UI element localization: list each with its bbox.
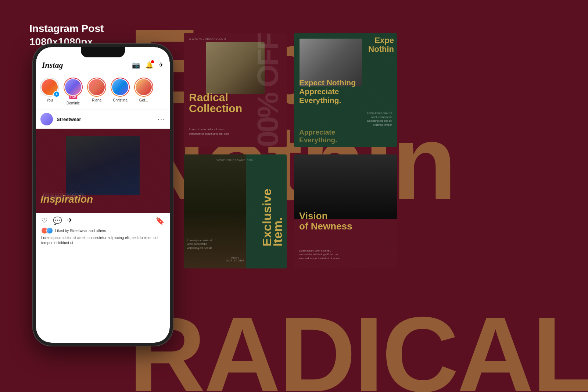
post-actions-area: ♡ 💬 ✈ 🔖 Liked by Streetwear and others L…	[36, 213, 170, 249]
card1-off-text: 00% OFF	[251, 33, 285, 147]
liked-row: Liked by Streetwear and others	[41, 227, 165, 234]
phone-frame: Instag 📷 🔔 ✈	[33, 44, 173, 346]
card-exclusive-item: WWW.YOURBRAND.COM Exclusive Item. Lorem …	[184, 154, 287, 268]
card4-body: Lorem ipsum dolor sit amet, consectetur …	[299, 249, 340, 261]
post-actions: ♡ 💬 ✈ 🔖	[41, 216, 165, 225]
post-action-left: ♡ 💬 ✈	[41, 216, 73, 225]
card4-title: Vision of Newness	[299, 211, 352, 232]
card1-brand: WWW.YOURBRAND.COM	[189, 38, 226, 40]
card2-body: Lorem ipsum dolor sit amet, consectetur …	[367, 111, 392, 127]
story-item-get[interactable]: Get...	[134, 78, 154, 105]
send-icon[interactable]: ✈	[158, 61, 164, 69]
liked-text: Liked by Streetwear and others	[55, 229, 106, 233]
card3-photo	[184, 154, 246, 268]
card-expect-nothing: Expe Nothin Expect Nothing Appreciate Ev…	[294, 33, 397, 147]
phone-screen: Instag 📷 🔔 ✈	[36, 47, 170, 343]
ig-logo: Instag	[42, 60, 63, 70]
story-label-riana: Riana	[92, 98, 101, 102]
story-item-you[interactable]: + You	[40, 78, 60, 105]
story-label-you: You	[47, 98, 53, 102]
card1-title-line2: Collection	[189, 103, 242, 114]
card1-title: Radical Collection	[189, 92, 242, 114]
like-icon[interactable]: ♡	[41, 216, 48, 225]
feed-username: Streetwear	[57, 117, 81, 122]
card1-title-line1: Radical	[189, 92, 242, 103]
live-badge-dominic: LIVE	[69, 96, 77, 99]
story-item-christina[interactable]: Christina	[110, 78, 130, 105]
notif-dot	[151, 60, 154, 63]
story-label-get: Get...	[139, 98, 148, 102]
story-label-christina: Christina	[113, 98, 127, 102]
card3-title: Exclusive Item.	[262, 162, 283, 246]
phone-mockup: Instag 📷 🔔 ✈	[33, 44, 173, 346]
story-item-dominic[interactable]: LIVE Dominic	[63, 78, 83, 105]
feed-more-icon[interactable]: ···	[158, 115, 165, 123]
feed-user-left: Streetwear	[40, 113, 81, 125]
card4-photo	[294, 154, 397, 219]
card2-bottom-text: Appreciate Everything.	[299, 129, 337, 144]
share-icon[interactable]: ✈	[67, 216, 73, 225]
cards-grid: WWW.YOURBRAND.COM 00% OFF Radical Collec…	[184, 33, 397, 268]
feed-avatar	[40, 113, 53, 125]
card3-body: Lorem ipsum dolor sit amet,consectetur a…	[187, 239, 257, 250]
post-caption: Lorem ipsum dolor sit amet, consectetur …	[41, 235, 165, 246]
story-add-icon: +	[53, 91, 60, 97]
liked-av-2	[46, 227, 53, 234]
liked-avatars	[41, 227, 53, 234]
story-label-dominic: Dominic	[67, 101, 80, 105]
stories-row: + You LIVE Dominic	[36, 73, 170, 110]
phone-notch	[81, 47, 125, 57]
card-radical-collection: WWW.YOURBRAND.COM 00% OFF Radical Collec…	[184, 33, 287, 147]
save-icon[interactable]: 🔖	[155, 216, 165, 225]
ig-header-icons: 📷 🔔 ✈	[132, 61, 164, 69]
comment-icon[interactable]: 💬	[53, 216, 62, 225]
card3-visit: VISIT OUR STORE	[226, 257, 245, 262]
camera-icon[interactable]: 📷	[132, 61, 140, 69]
phone-post-image: Inspiration Inspiration Inspiration	[36, 129, 170, 213]
card2-top-text: Expe Nothin	[368, 36, 394, 54]
feed-item: Streetwear ···	[36, 110, 170, 129]
card2-main-text: Expect Nothing Appreciate Everything.	[299, 78, 356, 105]
notification-icon[interactable]: 🔔	[145, 61, 153, 69]
card1-body: Lorem ipsum dolor sit amet, consectetur …	[189, 127, 229, 136]
story-item-riana[interactable]: Riana	[87, 78, 107, 105]
feed-user-row: Streetwear ···	[40, 113, 165, 125]
card-vision-newness: Vision of Newness Lorem ipsum dolor sit …	[294, 154, 397, 268]
card3-brand: WWW.YOURBRAND.COM	[216, 159, 254, 161]
texture-overlay	[36, 129, 170, 213]
